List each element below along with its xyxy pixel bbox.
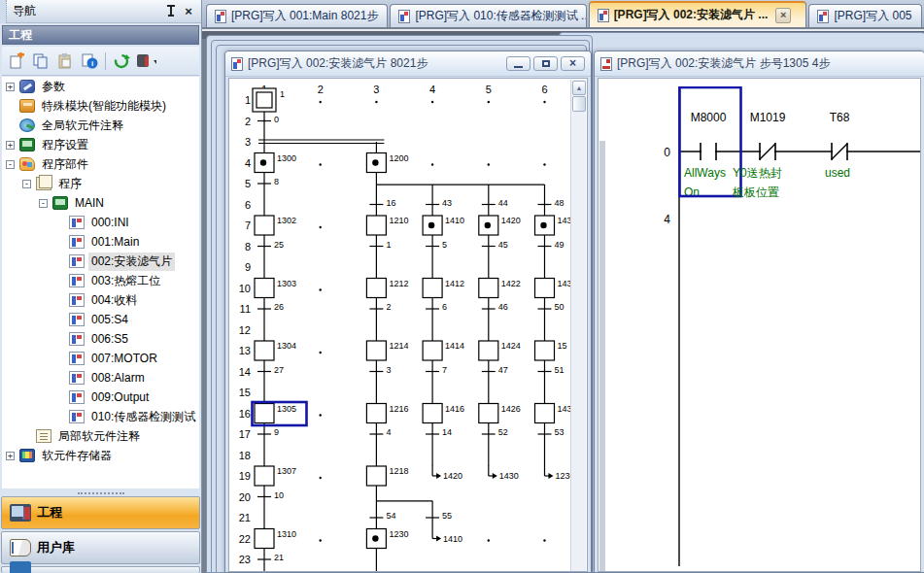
- tree-item[interactable]: 003:热熔工位: [2, 271, 199, 290]
- task-button-工程[interactable]: 工程: [1, 496, 200, 529]
- sfc-step[interactable]: [423, 341, 442, 360]
- tree-item-label: 003:热熔工位: [88, 272, 163, 290]
- panel-grip[interactable]: [0, 0, 7, 23]
- tree-item[interactable]: 005:S4: [2, 310, 199, 329]
- sfc-step[interactable]: [535, 279, 555, 298]
- expand-toggle-icon[interactable]: -: [39, 199, 48, 208]
- data-info-icon[interactable]: i: [79, 51, 100, 72]
- tree-item[interactable]: -MAIN: [2, 193, 199, 213]
- tree-item-label: 程序: [55, 175, 85, 193]
- tree-item[interactable]: 007:MOTOR: [2, 349, 199, 368]
- sfc-grid-dot: [375, 101, 377, 103]
- tree-item-label: 软元件存储器: [39, 447, 115, 465]
- tree-item[interactable]: 008:Alarm: [2, 368, 199, 388]
- sfc-editor-canvas[interactable]: 1234561234567891011121314151617181920212…: [228, 78, 588, 572]
- tree-item[interactable]: 006:S5: [2, 329, 199, 349]
- tree-item[interactable]: -程序: [2, 174, 199, 193]
- expand-toggle-icon[interactable]: -: [22, 180, 31, 188]
- sfc-step[interactable]: [423, 404, 442, 423]
- tree-item[interactable]: 002:安装滤气片: [2, 252, 199, 271]
- new-data-icon[interactable]: [6, 51, 27, 72]
- sfc-step[interactable]: [255, 529, 274, 549]
- close-icon[interactable]: ×: [180, 4, 197, 19]
- sfc-step[interactable]: [366, 216, 386, 235]
- sfc-step[interactable]: [479, 404, 498, 423]
- expand-toggle-icon[interactable]: -: [6, 160, 15, 169]
- sfc-step[interactable]: [366, 341, 386, 360]
- sfc-row-number: 1: [245, 94, 251, 106]
- tab-close-icon[interactable]: ×: [775, 8, 791, 23]
- sfc-step[interactable]: [255, 216, 274, 235]
- sfc-step[interactable]: [535, 341, 555, 360]
- ladder-contact[interactable]: [702, 132, 715, 133]
- sfc-step[interactable]: [366, 466, 386, 486]
- display-setting-icon[interactable]: [135, 51, 156, 72]
- sfc-step[interactable]: [366, 279, 386, 298]
- copy-icon[interactable]: [30, 51, 51, 72]
- expand-toggle-icon[interactable]: +: [6, 452, 15, 460]
- ladder-editor-canvas[interactable]: 04M8000AllWaysOnM1019Y0送热封板板位置T68used: [598, 78, 921, 572]
- sfc-col-header: 3: [373, 84, 379, 95]
- tree-item[interactable]: 010:传感器检测测试: [2, 407, 199, 426]
- tree-item[interactable]: 特殊模块(智能功能模块): [2, 96, 199, 116]
- paste-icon[interactable]: [54, 51, 76, 72]
- scroll-up-icon[interactable]: ▲: [572, 81, 586, 95]
- tree-item[interactable]: +软元件存储器: [2, 446, 199, 465]
- sfc-step[interactable]: [255, 341, 274, 360]
- sfc-grid-dot: [543, 101, 545, 103]
- sfc-step[interactable]: [255, 466, 274, 486]
- ladder-contact[interactable]: [761, 132, 774, 133]
- sfc-window-titlebar[interactable]: [PRG]写入 002:安装滤气片 8021步 ×: [225, 51, 591, 77]
- document-tab[interactable]: [PRG]写入 010:传感器检测测试 ...: [390, 4, 586, 27]
- tree-item[interactable]: 000:INI: [2, 213, 199, 232]
- tree-item[interactable]: 001:Main: [2, 232, 199, 252]
- sfc-step[interactable]: [535, 404, 555, 423]
- ladder-window-title: [PRG]写入 002:安装滤气片 步号1305 4步: [617, 55, 830, 72]
- document-tab[interactable]: [PRG]写入 005: [808, 4, 922, 27]
- sfc-window-buttons: ×: [506, 56, 585, 71]
- tree-item[interactable]: -程序部件: [2, 154, 199, 174]
- tree-item[interactable]: 004:收料: [2, 290, 199, 310]
- scrollbar-thumb[interactable]: [572, 96, 586, 112]
- program-doc-icon: [215, 10, 226, 23]
- sfc-transition-label: 54: [386, 511, 395, 521]
- device-comment: Y0送热封: [733, 166, 782, 180]
- ladder-selection-cursor: [680, 87, 741, 196]
- device-comment: 板板位置: [732, 185, 779, 199]
- rung-number: 0: [664, 146, 670, 159]
- sfc-row-number: 23: [239, 554, 251, 565]
- minimize-button[interactable]: [506, 56, 530, 71]
- pgf-icon: [36, 177, 51, 190]
- tree-item[interactable]: 局部软元件注释: [2, 426, 199, 446]
- ladder-window-titlebar[interactable]: [PRG]写入 002:安装滤气片 步号1305 4步: [595, 51, 924, 77]
- sfc-active-step-dot: [260, 159, 266, 165]
- task-button-用户库[interactable]: 用户库: [1, 531, 200, 564]
- expand-toggle-icon[interactable]: +: [6, 141, 15, 150]
- close-button[interactable]: ×: [561, 56, 585, 71]
- tree-item[interactable]: +参数: [2, 77, 199, 96]
- sfc-row-number: 11: [240, 303, 251, 315]
- sfc-step[interactable]: [255, 404, 274, 423]
- document-tab[interactable]: [PRG]写入 001:Main 8021步: [206, 4, 388, 27]
- sfc-vertical-scrollbar[interactable]: ▲: [570, 80, 586, 571]
- tree-item[interactable]: 009:Output: [2, 388, 199, 407]
- tree-item[interactable]: +程序设置: [2, 135, 199, 154]
- task-button-partial[interactable]: [1, 566, 200, 573]
- sfc-transition-label: 0: [274, 115, 279, 124]
- sfc-step[interactable]: [255, 279, 274, 298]
- sfc-step[interactable]: [479, 341, 498, 360]
- expand-toggle-icon[interactable]: +: [6, 83, 15, 91]
- tree-item-label: 008:Alarm: [88, 370, 148, 386]
- sfc-step[interactable]: [479, 279, 498, 298]
- sfc-step[interactable]: [423, 279, 442, 298]
- ladder-contact[interactable]: [833, 132, 846, 133]
- tree-item[interactable]: 全局软元件注释: [2, 116, 199, 135]
- document-tab[interactable]: [PRG]写入 002:安装滤气片 ...×: [589, 1, 807, 27]
- refresh-icon[interactable]: [111, 51, 132, 72]
- restore-button[interactable]: [533, 56, 558, 71]
- sfc-row-number: 12: [239, 324, 251, 336]
- application-window: 导航 × 工程 i +参数特殊模块(智能功能模块)全局软元件注释+程序设置-程序…: [0, 0, 924, 573]
- sfc-transition-label: 50: [555, 302, 565, 312]
- sfc-step[interactable]: [366, 404, 386, 423]
- pin-icon[interactable]: [162, 4, 180, 19]
